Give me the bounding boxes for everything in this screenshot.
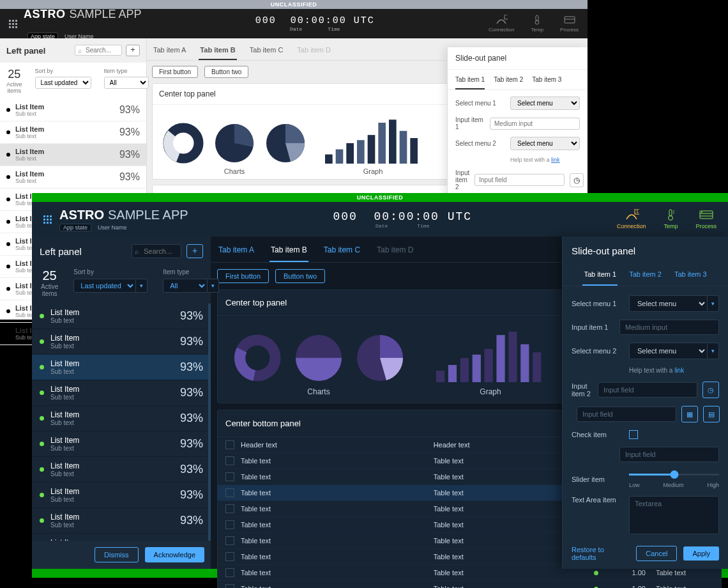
extra-input[interactable] [619, 447, 719, 462]
select-menu-1[interactable]: Select menu [629, 295, 708, 312]
status-dot-icon [40, 442, 44, 446]
connection-status-icon[interactable]: 1Connection [617, 209, 646, 229]
list-item[interactable]: List ItemSub text93% [32, 380, 211, 406]
apps-icon[interactable] [43, 215, 52, 224]
status-dot-icon [6, 220, 10, 224]
list-item[interactable]: List ItemSub text93% [32, 457, 211, 483]
checkbox[interactable] [225, 520, 234, 529]
slide-tab-3[interactable]: Tab item 3 [673, 265, 708, 286]
clock-icon[interactable]: ◷ [570, 173, 584, 187]
temp-status-icon[interactable]: Temp [531, 15, 544, 33]
list-item[interactable]: List ItemSub text93% [0, 144, 146, 166]
checkbox[interactable] [225, 568, 234, 577]
first-button[interactable]: First button [217, 269, 269, 283]
list-item[interactable]: List ItemSub text93% [32, 483, 211, 508]
input-item-2a[interactable] [598, 382, 697, 398]
input-item-2a[interactable] [474, 174, 565, 186]
tab-c[interactable]: Tab item C [248, 43, 285, 60]
status-dot-icon [40, 416, 44, 421]
process-status-icon[interactable]: Process [560, 15, 579, 33]
checkbox[interactable] [225, 440, 234, 449]
help-link[interactable]: link [674, 367, 684, 374]
add-button[interactable]: + [126, 45, 140, 56]
clock: 000 00:00:00 UTC DateTime [333, 210, 472, 229]
second-button[interactable]: Button two [204, 66, 248, 78]
table-row[interactable]: Table textTable text1.00Table text [218, 581, 721, 588]
classification-bar: UNCLASSIFIED [32, 193, 728, 202]
app-state-badge: App state [59, 224, 91, 231]
list-item[interactable]: List ItemSub text93% [0, 166, 146, 189]
svg-rect-11 [357, 140, 365, 164]
restore-link[interactable]: Restore to defaults [572, 546, 630, 561]
type-select[interactable]: All [104, 77, 149, 89]
grid-icon-2[interactable]: ▤ [703, 406, 720, 422]
list-item[interactable]: List ItemSub text93% [32, 304, 211, 329]
slide-tab-2[interactable]: Tab item 2 [628, 265, 663, 286]
tab-c[interactable]: Tab item C [322, 243, 361, 262]
select-menu-1[interactable]: Select menu [510, 97, 580, 110]
select-menu-2[interactable]: Select menu [629, 343, 708, 359]
input-item-1[interactable] [490, 118, 580, 130]
list-item[interactable]: List ItemSub text93% [32, 431, 211, 457]
check-item[interactable] [629, 430, 638, 439]
checkbox[interactable] [225, 552, 234, 561]
apps-icon[interactable] [9, 20, 17, 28]
help-link[interactable]: link [551, 157, 560, 163]
select-menu-2[interactable]: Select menu [510, 137, 580, 150]
input-item-2b[interactable] [577, 406, 676, 422]
slide-tab-2[interactable]: Tab item 2 [494, 76, 523, 89]
status-dot-icon [6, 108, 10, 112]
pie-chart-2 [265, 123, 306, 164]
list-item[interactable]: List ItemSub text93% [32, 406, 211, 431]
checkbox[interactable] [225, 504, 234, 513]
connection-status-icon[interactable]: Connection [489, 15, 514, 33]
apply-button[interactable]: Apply [683, 546, 719, 561]
status-dot-icon [6, 197, 10, 201]
svg-rect-14 [389, 120, 397, 164]
list-item[interactable]: List ItemSub text93% [32, 355, 211, 380]
app-name: SAMPLE APP [70, 8, 142, 21]
left-panel-search[interactable] [132, 244, 181, 258]
tab-a[interactable]: Tab item A [152, 43, 187, 60]
svg-rect-34 [473, 355, 481, 382]
dismiss-button[interactable]: Dismiss [95, 547, 139, 562]
checkbox[interactable] [225, 536, 234, 545]
input-item-1[interactable] [619, 320, 719, 335]
temp-status-icon[interactable]: Temp [664, 209, 678, 229]
checkbox[interactable] [225, 488, 234, 497]
checkbox[interactable] [225, 472, 234, 481]
list-item[interactable]: List ItemSub text93% [0, 121, 146, 144]
tab-a[interactable]: Tab item A [217, 243, 255, 262]
slide-tab-1[interactable]: Tab item 1 [582, 265, 618, 286]
svg-rect-36 [496, 335, 504, 382]
tab-b[interactable]: Tab item B [269, 243, 308, 262]
sort-select[interactable]: Last updated [35, 77, 91, 89]
cancel-button[interactable]: Cancel [636, 546, 677, 561]
textarea[interactable] [629, 496, 719, 534]
second-button[interactable]: Button two [275, 269, 325, 283]
grid-icon[interactable]: ▦ [681, 406, 698, 422]
svg-rect-8 [325, 155, 333, 164]
type-select[interactable]: All [163, 279, 208, 293]
list-item[interactable]: List ItemSub text93% [32, 329, 211, 355]
clock-icon[interactable]: ◷ [702, 382, 719, 398]
first-button[interactable]: First button [152, 66, 198, 78]
list-item[interactable]: List ItemSub text93% [0, 99, 146, 121]
list-item[interactable]: List ItemSub text93% [32, 508, 211, 534]
left-panel-search[interactable] [75, 45, 122, 56]
tab-d: Tab item D [375, 243, 414, 262]
status-dot-icon [594, 571, 598, 575]
slide-tab-1[interactable]: Tab item 1 [455, 76, 485, 89]
sort-select[interactable]: Last updated [73, 279, 136, 293]
process-status-icon[interactable]: Process [695, 209, 717, 229]
svg-rect-15 [400, 131, 407, 164]
pie-chart-1 [214, 123, 255, 164]
checkbox[interactable] [225, 584, 234, 588]
tab-b[interactable]: Tab item B [199, 43, 236, 60]
checkbox[interactable] [225, 456, 234, 465]
svg-rect-35 [485, 349, 493, 382]
slide-tab-3[interactable]: Tab item 3 [532, 76, 561, 89]
acknowledge-button[interactable]: Acknowledge [145, 547, 204, 562]
add-button[interactable]: + [186, 244, 203, 258]
slider[interactable]: LowMediumHigh [629, 470, 719, 488]
